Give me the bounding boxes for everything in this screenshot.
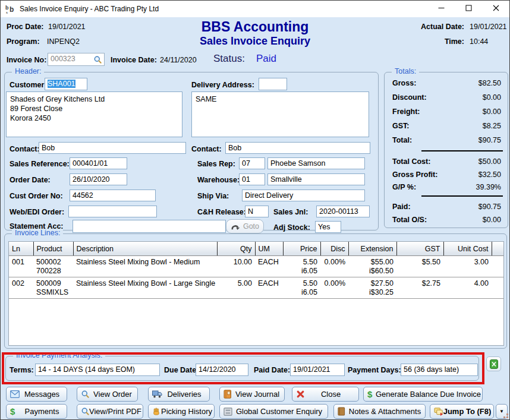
invoice-lines-table-wrap: Ln Product Description Qty UM Price Disc… bbox=[8, 241, 504, 346]
due-date-field[interactable]: 14/12/2020 bbox=[196, 364, 248, 376]
delivery-contact-field[interactable]: Bob bbox=[225, 142, 370, 154]
delivery-contact-value: Bob bbox=[228, 144, 241, 152]
col-gst[interactable]: GST bbox=[396, 242, 443, 256]
ch-release-field[interactable]: N bbox=[245, 206, 269, 217]
warehouse-name-value: Smallville bbox=[270, 175, 302, 184]
messages-button[interactable]: Messages bbox=[6, 387, 67, 402]
invoice-search-icon[interactable] bbox=[93, 55, 102, 66]
cell-price2: i6.05 bbox=[286, 288, 317, 297]
close-label: Close bbox=[321, 390, 341, 399]
warehouse-name-field[interactable]: Smallville bbox=[267, 173, 365, 185]
close-window-button[interactable] bbox=[482, 1, 509, 17]
cell-description: Stainless Steel Mixing Bowl - Medium bbox=[76, 258, 214, 267]
customer-address-line: Korora 2450 bbox=[10, 113, 178, 123]
payment-analysis-group: Invoice Payment Analysis: Terms: 14 - 14… bbox=[5, 356, 479, 381]
deliveries-button[interactable]: Deliveries bbox=[148, 387, 210, 402]
totals-label: Freight: bbox=[392, 108, 420, 116]
cust-order-no-label: Cust Order No: bbox=[10, 192, 63, 200]
col-price[interactable]: Price bbox=[283, 242, 320, 256]
customer-code-field[interactable]: SHA001 bbox=[45, 78, 87, 90]
paid-date-label: Paid Date: bbox=[254, 366, 290, 374]
goto-button[interactable]: Goto bbox=[226, 219, 264, 233]
web-edi-order-field[interactable] bbox=[68, 206, 157, 217]
contact-field[interactable]: Bob bbox=[39, 142, 186, 154]
col-extension[interactable]: Extension bbox=[348, 242, 396, 256]
cell-extension: $55.00 bbox=[351, 258, 393, 267]
col-unit-cost[interactable]: Unit Cost bbox=[443, 242, 492, 256]
header-legend: Header: bbox=[12, 67, 44, 75]
sales-rep-label: Sales Rep: bbox=[197, 160, 235, 168]
notes-attachments-label: Notes & Attachments bbox=[349, 407, 421, 416]
totals-legend: Totals: bbox=[392, 67, 419, 75]
col-product[interactable]: Product bbox=[33, 242, 73, 256]
payment-days-field[interactable]: 56 (36 days late) bbox=[401, 364, 478, 376]
cell-price: 5.50 bbox=[286, 258, 317, 267]
cell-product2: SSMIXLS bbox=[36, 288, 70, 297]
export-excel-button[interactable] bbox=[486, 356, 501, 371]
adj-stock-value: Yes bbox=[318, 223, 330, 231]
sales-rep-name-field[interactable]: Phoebe Samson bbox=[267, 157, 365, 169]
picking-history-button[interactable]: Picking History bbox=[148, 404, 215, 419]
col-ln[interactable]: Ln bbox=[9, 242, 33, 256]
cell-gst: $5.50 bbox=[399, 258, 440, 267]
sales-reference-field[interactable]: 000401/01 bbox=[70, 157, 127, 169]
delivery-address-line: SAME bbox=[196, 94, 365, 104]
ship-via-label: Ship Via: bbox=[197, 192, 229, 200]
order-date-field[interactable]: 26/10/2020 bbox=[70, 173, 127, 185]
invoice-line-row[interactable]: 001 500002700228 Stainless Steel Mixing … bbox=[9, 256, 503, 277]
resize-grip[interactable] bbox=[502, 412, 508, 418]
cabinet-icon bbox=[223, 408, 232, 416]
title-bar[interactable]: bbs Sales Invoice Enquiry - ABC Trading … bbox=[1, 1, 509, 17]
col-um[interactable]: UM bbox=[255, 242, 283, 256]
actual-date-value: 19/01/2021 bbox=[470, 23, 507, 31]
customer-label: Customer bbox=[10, 81, 44, 89]
totals-value: 39.39% bbox=[476, 183, 501, 191]
terms-field[interactable]: 14 - 14 DAYS (14 days EOM) bbox=[35, 364, 160, 376]
invoice-no-value: 000323 bbox=[51, 55, 75, 63]
payment-days-label: Payment Days: bbox=[348, 366, 401, 374]
global-customer-enquiry-button[interactable]: Global Customer Enquiry bbox=[219, 404, 328, 419]
col-disc[interactable]: Disc bbox=[320, 242, 348, 256]
statement-acc-field[interactable] bbox=[73, 220, 226, 233]
delivery-address-box[interactable]: SAME bbox=[191, 91, 369, 137]
excel-icon bbox=[489, 359, 499, 369]
proc-date-value: 19/01/2021 bbox=[48, 23, 86, 31]
global-customer-enquiry-label: Global Customer Enquiry bbox=[236, 407, 322, 416]
adj-stock-field[interactable]: Yes bbox=[315, 221, 341, 233]
cell-ln: 001 bbox=[12, 258, 30, 267]
cell-qty: 5.00 bbox=[220, 279, 252, 288]
paid-date-field[interactable]: 19/01/2021 bbox=[290, 364, 345, 376]
totals-value: $0.00 bbox=[483, 108, 501, 116]
cell-unit-cost: 4.00 bbox=[446, 279, 489, 288]
view-print-pdf-button[interactable]: View/Print PDF bbox=[77, 404, 143, 419]
due-date-value: 14/12/2020 bbox=[199, 365, 236, 374]
close-button[interactable]: Close bbox=[292, 387, 359, 402]
terms-value: 14 - 14 DAYS (14 days EOM) bbox=[38, 365, 135, 374]
sales-jnl-field[interactable]: 2020-00113 bbox=[316, 206, 370, 217]
invoice-date-value: 24/11/2020 bbox=[160, 56, 197, 64]
sales-rep-code-field[interactable]: 07 bbox=[239, 157, 265, 169]
delivery-code-field[interactable] bbox=[259, 78, 287, 90]
cell-product2: 700228 bbox=[36, 267, 70, 276]
payments-button[interactable]: $ Payments bbox=[6, 404, 67, 419]
invoice-no-field[interactable]: 000323 bbox=[48, 53, 105, 66]
invoice-line-row[interactable]: 002 500009SSMIXLS Stainless Steel Mixing… bbox=[9, 277, 503, 299]
warehouse-code-field[interactable]: 01 bbox=[239, 173, 265, 185]
customer-address-box[interactable]: Shades of Grey Kitchens Ltd 89 Forest Cl… bbox=[6, 91, 182, 137]
customer-code-value: SHA001 bbox=[48, 80, 75, 88]
view-order-button[interactable]: View Order bbox=[77, 387, 138, 402]
view-journal-button[interactable]: View Journal bbox=[219, 387, 285, 402]
notes-attachments-button[interactable]: Notes & Attachments bbox=[333, 404, 426, 419]
due-date-label: Due Date: bbox=[164, 366, 199, 374]
maximize-button[interactable] bbox=[455, 1, 482, 17]
cust-order-no-field[interactable]: 44562 bbox=[70, 190, 156, 201]
totals-label: Total O/S: bbox=[392, 216, 427, 224]
ship-via-field[interactable]: Direct Delivery bbox=[242, 190, 365, 201]
totals-label: Gross: bbox=[392, 79, 416, 87]
col-qty[interactable]: Qty bbox=[217, 242, 255, 256]
generate-balance-due-invoice-button[interactable]: $ Generate Balance Due Invoice bbox=[363, 387, 483, 402]
minimize-button[interactable] bbox=[427, 1, 455, 17]
col-description[interactable]: Description bbox=[73, 242, 217, 256]
jump-to-button[interactable]: Jump To (F8) bbox=[430, 404, 494, 419]
invoice-lines-legend: Invoice Lines: bbox=[12, 229, 63, 237]
